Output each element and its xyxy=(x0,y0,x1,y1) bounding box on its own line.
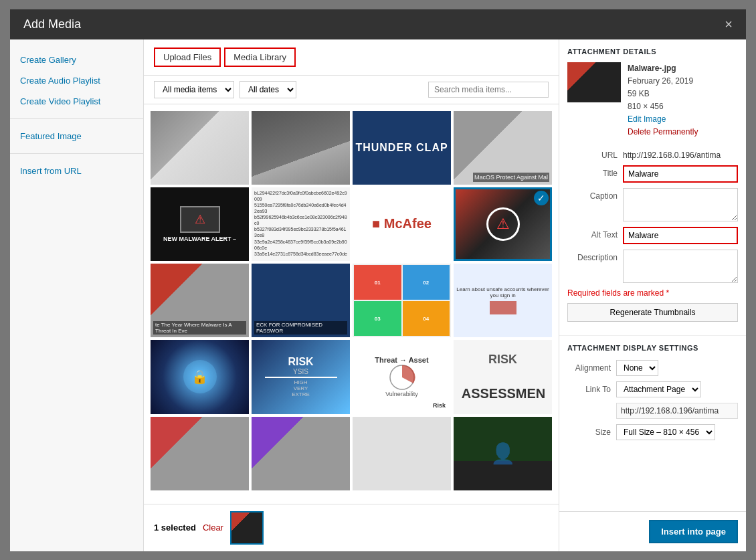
alignment-label: Alignment xyxy=(567,363,611,373)
sidebar-divider xyxy=(10,118,143,119)
media-grid: THUNDER CLAP MacOS Protect Against Mal xyxy=(151,111,552,490)
alt-text-input[interactable] xyxy=(623,227,738,244)
selected-count: 1 selected xyxy=(154,523,196,533)
upload-files-button[interactable]: Upload Files xyxy=(154,48,221,67)
media-item[interactable]: RISK ASSESSMEN xyxy=(454,340,552,413)
media-item-selected[interactable]: ⚠ ✓ xyxy=(454,187,552,261)
alt-text-label: Alt Text xyxy=(567,227,618,240)
url-value: http://192.168.0.196/antima xyxy=(623,147,738,160)
url-label: URL xyxy=(567,147,618,160)
sidebar-divider-2 xyxy=(10,153,143,154)
selected-thumbnail xyxy=(230,511,264,545)
display-settings: ATTACHMENT DISPLAY SETTINGS Alignment No… xyxy=(559,336,746,454)
description-label: Description xyxy=(567,250,618,262)
caption-input[interactable] xyxy=(623,188,738,221)
media-library-button[interactable]: Media Library xyxy=(224,48,296,67)
sidebar-item-create-gallery[interactable]: Create Gallery xyxy=(10,50,143,70)
media-item[interactable]: THUNDER CLAP xyxy=(353,111,451,185)
media-item[interactable]: 👤 xyxy=(454,417,552,490)
modal-header: Add Media × xyxy=(10,9,746,39)
size-select[interactable]: Full Size – 810 × 456 xyxy=(616,424,715,440)
media-item[interactable]: Threat → Asset Vulnerability Risk xyxy=(353,340,451,413)
attachment-preview: Malware-.jpg February 26, 2019 59 KB 810… xyxy=(567,62,738,139)
media-item[interactable]: te The Year Where Malware Is A Threat In… xyxy=(151,264,249,337)
media-item[interactable]: RISK YSIS HIGH VERY EXTRE xyxy=(252,340,350,413)
alt-text-row: Alt Text xyxy=(567,227,738,244)
attachment-dimensions: 810 × 456 xyxy=(628,100,698,113)
modal-title: Add Media xyxy=(23,17,81,31)
description-input[interactable] xyxy=(623,250,738,283)
media-item[interactable] xyxy=(252,111,350,185)
display-settings-heading: ATTACHMENT DISPLAY SETTINGS xyxy=(567,344,738,352)
delete-permanently-link[interactable]: Delete Permanently xyxy=(628,126,698,138)
panel-footer: Insert into page xyxy=(559,511,746,551)
media-footer: 1 selected Clear xyxy=(144,504,559,551)
media-type-filter[interactable]: All media items xyxy=(154,81,234,98)
media-grid-area: THUNDER CLAP MacOS Protect Against Mal xyxy=(144,104,559,551)
media-item[interactable]: ⚠ NEW MALWARE ALERT – xyxy=(151,187,249,261)
link-url-row: http://192.168.0.196/antima xyxy=(567,403,738,419)
close-button[interactable]: × xyxy=(725,17,733,31)
date-filter[interactable]: All dates xyxy=(240,81,296,98)
alignment-select[interactable]: None xyxy=(616,360,658,376)
title-row: Title xyxy=(567,165,738,183)
attachment-filename: Malware-.jpg xyxy=(628,62,698,75)
caption-label: Caption xyxy=(567,188,618,201)
selected-checkmark: ✓ xyxy=(534,191,549,205)
link-to-row: Link To Attachment Page xyxy=(567,381,738,397)
size-row: Size Full Size – 810 × 456 xyxy=(567,424,738,440)
main-content: Upload Files Media Library All media ite… xyxy=(144,39,559,551)
sidebar-item-create-video-playlist[interactable]: Create Video Playlist xyxy=(10,91,143,112)
link-to-label: Link To xyxy=(567,385,611,394)
sidebar-item-insert-from-url[interactable]: Insert from URL xyxy=(10,161,143,181)
media-item[interactable]: ■ McAfee xyxy=(353,187,451,261)
search-input[interactable] xyxy=(428,82,549,98)
filter-row: All media items All dates xyxy=(144,76,559,104)
attachment-details-heading: ATTACHMENT DETAILS xyxy=(567,48,738,56)
caption-row: Caption xyxy=(567,188,738,221)
clear-button[interactable]: Clear xyxy=(203,523,223,533)
media-item[interactable] xyxy=(353,417,451,490)
title-input[interactable] xyxy=(623,165,738,183)
title-label: Title xyxy=(567,165,618,178)
sidebar-item-create-audio-playlist[interactable]: Create Audio Playlist xyxy=(10,70,143,91)
alignment-row: Alignment None xyxy=(567,360,738,376)
right-panel: ATTACHMENT DETAILS Malware-.jpg February… xyxy=(559,39,746,551)
sidebar-item-featured-image[interactable]: Featured Image xyxy=(10,126,143,147)
insert-into-page-button[interactable]: Insert into page xyxy=(649,520,738,543)
media-item[interactable]: Learn about unsafe accounts wherever you… xyxy=(454,264,552,337)
attachment-date: February 26, 2019 xyxy=(628,75,698,88)
media-item[interactable]: bL294422f27dc3f0a9fc0f0abcbe6602e492c900… xyxy=(252,187,350,261)
media-item[interactable] xyxy=(252,417,350,490)
media-grid-scroll: THUNDER CLAP MacOS Protect Against Mal xyxy=(144,104,559,504)
media-item[interactable] xyxy=(151,417,249,490)
url-row: URL http://192.168.0.196/antima xyxy=(567,147,738,160)
toolbar: Upload Files Media Library xyxy=(144,39,559,76)
required-note: Required fields are marked * xyxy=(567,288,738,298)
media-item[interactable]: 01 02 03 04 xyxy=(353,264,451,337)
media-item[interactable]: MacOS Protect Against Mal xyxy=(454,111,552,185)
link-to-select[interactable]: Attachment Page xyxy=(616,381,701,397)
attachment-thumb xyxy=(567,62,621,102)
regenerate-thumbnails-button[interactable]: Regenerate Thumbnails xyxy=(567,303,738,322)
sidebar: Create Gallery Create Audio Playlist Cre… xyxy=(10,39,144,551)
size-label: Size xyxy=(567,428,611,437)
link-url-value: http://192.168.0.196/antima xyxy=(616,403,738,419)
description-row: Description xyxy=(567,250,738,283)
media-item[interactable]: 🔒 xyxy=(151,340,249,413)
media-item[interactable] xyxy=(151,111,249,185)
attachment-size: 59 KB xyxy=(628,88,698,100)
attachment-meta: Malware-.jpg February 26, 2019 59 KB 810… xyxy=(628,62,698,139)
media-item[interactable]: ECK FOR COMPROMISED PASSWOR xyxy=(252,264,350,337)
attachment-details: ATTACHMENT DETAILS Malware-.jpg February… xyxy=(559,39,746,336)
edit-image-link[interactable]: Edit Image xyxy=(628,113,698,126)
